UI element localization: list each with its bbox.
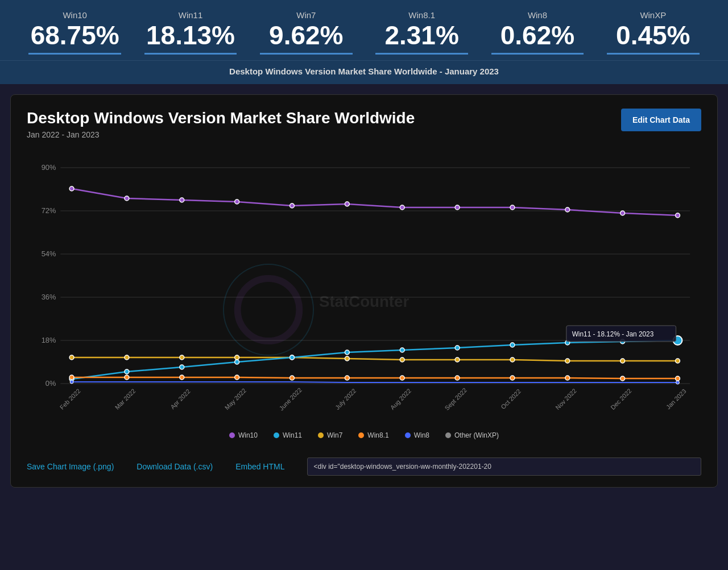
- win7-dot: [455, 357, 460, 362]
- win10-dot: [400, 205, 404, 210]
- stat-win81-value: 2.31%: [364, 22, 479, 48]
- win10-line: [72, 189, 677, 215]
- svg-text:May 2022: May 2022: [224, 386, 247, 411]
- legend-label-win7: Win7: [327, 431, 342, 439]
- win7-dot: [125, 355, 129, 360]
- win8-line: [72, 382, 677, 382]
- win10-dot: [510, 205, 515, 210]
- win11-dot: [180, 365, 184, 369]
- svg-text:72%: 72%: [42, 206, 56, 215]
- legend-label-win81: Win8.1: [367, 431, 388, 439]
- stat-win11-bar: [144, 53, 237, 55]
- svg-text:July 2022: July 2022: [334, 387, 357, 411]
- stat-win81-bar: [375, 53, 468, 55]
- legend-win10[interactable]: Win10: [229, 431, 258, 439]
- save-image-link[interactable]: Save Chart Image (.png): [27, 462, 114, 471]
- legend-win81[interactable]: Win8.1: [358, 431, 388, 439]
- stat-win11: Win11 18.13%: [133, 10, 248, 55]
- win10-dot: [565, 207, 570, 212]
- legend-label-win11: Win11: [283, 431, 302, 439]
- win10-dot: [290, 203, 295, 208]
- win10-dot: [235, 199, 239, 204]
- stat-win10: Win10 68.75%: [17, 10, 133, 55]
- win7-dot: [565, 359, 570, 363]
- stat-win7: Win7 9.62%: [249, 10, 364, 55]
- embed-html-link[interactable]: Embed HTML: [235, 462, 284, 471]
- embed-code-input[interactable]: [307, 457, 701, 476]
- legend-winxp[interactable]: Other (WinXP): [445, 431, 499, 439]
- svg-text:Nov 2022: Nov 2022: [554, 387, 577, 411]
- stat-win11-value: 18.13%: [133, 22, 248, 48]
- legend-dot-winxp: [445, 432, 451, 438]
- win10-dot: [676, 213, 680, 218]
- legend-win7[interactable]: Win7: [318, 431, 342, 439]
- svg-text:Dec 2022: Dec 2022: [609, 387, 632, 411]
- win7-dot: [235, 355, 239, 360]
- stat-win8-value: 0.62%: [479, 22, 595, 48]
- stat-win81: Win8.1 2.31%: [364, 10, 479, 55]
- win81-dot: [290, 376, 295, 380]
- stat-win8-label: Win8: [479, 10, 595, 20]
- stat-winxp-bar: [607, 53, 700, 55]
- win11-dot: [400, 348, 404, 352]
- stat-winxp-value: 0.45%: [595, 22, 711, 48]
- win11-dot: [235, 360, 239, 364]
- svg-text:StatCounter: StatCounter: [319, 292, 409, 310]
- stat-win10-label: Win10: [17, 10, 133, 20]
- svg-text:June 2022: June 2022: [278, 386, 303, 411]
- win7-dot: [510, 357, 515, 362]
- svg-text:Mar 2022: Mar 2022: [114, 387, 137, 410]
- win10-dot: [345, 202, 349, 206]
- legend-dot-win11: [274, 432, 279, 438]
- legend-dot-win8: [405, 432, 411, 438]
- download-data-link[interactable]: Download Data (.csv): [136, 462, 213, 471]
- win10-dot: [69, 186, 74, 191]
- chart-container: Desktop Windows Version Market Share Wor…: [10, 94, 718, 488]
- legend-dot-win7: [318, 432, 324, 438]
- chart-title-block: Desktop Windows Version Market Share Wor…: [27, 109, 415, 139]
- win81-line: [72, 377, 677, 378]
- win81-dot: [676, 376, 680, 381]
- stats-subtitle: Desktop Windows Version Market Share Wor…: [0, 60, 728, 84]
- win7-line: [72, 357, 677, 361]
- win81-dot: [69, 375, 74, 380]
- edit-chart-button[interactable]: Edit Chart Data: [621, 109, 701, 131]
- win81-dot: [621, 376, 625, 381]
- svg-text:Feb 2022: Feb 2022: [59, 387, 82, 410]
- win81-dot: [400, 376, 404, 380]
- win11-dot: [510, 343, 515, 347]
- stat-win7-bar: [260, 53, 353, 55]
- svg-text:36%: 36%: [42, 293, 56, 301]
- win81-dot: [455, 376, 460, 380]
- stat-win7-label: Win7: [249, 10, 364, 20]
- chart-header: Desktop Windows Version Market Share Wor…: [27, 109, 701, 139]
- win11-dot: [345, 350, 349, 355]
- win7-dot: [69, 355, 74, 360]
- win7-dot: [400, 357, 404, 362]
- win11-dot: [455, 346, 460, 350]
- legend-win11[interactable]: Win11: [274, 431, 302, 439]
- chart-svg: 90% 72% 54% 36% 18% 0% Feb 2022 Mar 2022…: [27, 151, 701, 423]
- stat-win11-label: Win11: [133, 10, 248, 20]
- win8-dot: [70, 380, 73, 384]
- legend-win8[interactable]: Win8: [405, 431, 429, 439]
- win81-dot: [565, 376, 570, 380]
- legend-label-win10: Win10: [238, 431, 258, 439]
- legend-label-winxp: Other (WinXP): [454, 431, 499, 439]
- win81-dot: [345, 376, 349, 380]
- win7-dot: [180, 355, 184, 360]
- svg-text:18%: 18%: [42, 336, 56, 344]
- stat-win8: Win8 0.62%: [479, 10, 595, 55]
- win81-dot: [235, 375, 239, 380]
- chart-subtitle: Jan 2022 - Jan 2023: [27, 130, 415, 139]
- stat-win7-value: 9.62%: [249, 22, 364, 48]
- svg-text:54%: 54%: [42, 249, 56, 258]
- stat-win8-bar: [491, 53, 584, 55]
- win11-dot: [125, 369, 129, 374]
- legend-label-win8: Win8: [414, 431, 429, 439]
- svg-text:Apr 2022: Apr 2022: [169, 388, 192, 410]
- chart-title: Desktop Windows Version Market Share Wor…: [27, 109, 415, 128]
- win10-dot: [621, 211, 625, 215]
- legend-dot-win81: [358, 432, 364, 438]
- stat-winxp-label: WinXP: [595, 10, 711, 20]
